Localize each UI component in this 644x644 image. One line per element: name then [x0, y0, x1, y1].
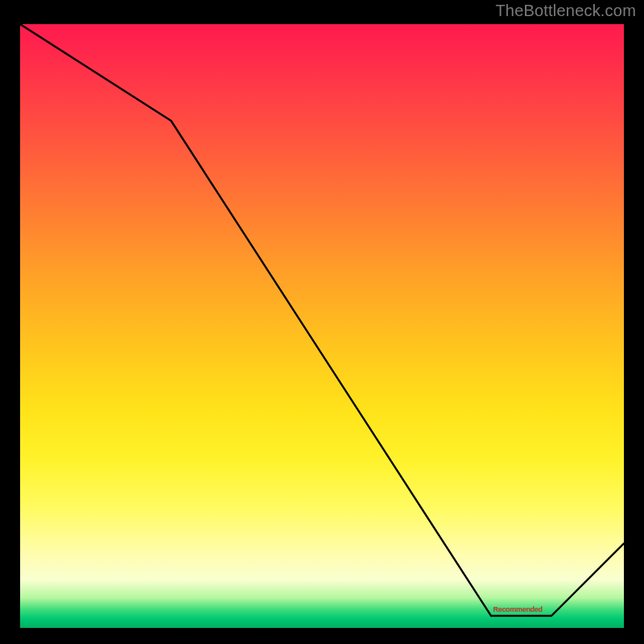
watermark-text: TheBottleneck.com	[495, 2, 636, 20]
chart-stage: TheBottleneck.com Recommended	[0, 0, 644, 644]
plot-area: Recommended	[16, 20, 628, 632]
bottleneck-curve-line	[20, 24, 624, 628]
recommended-annotation: Recommended	[493, 605, 543, 613]
